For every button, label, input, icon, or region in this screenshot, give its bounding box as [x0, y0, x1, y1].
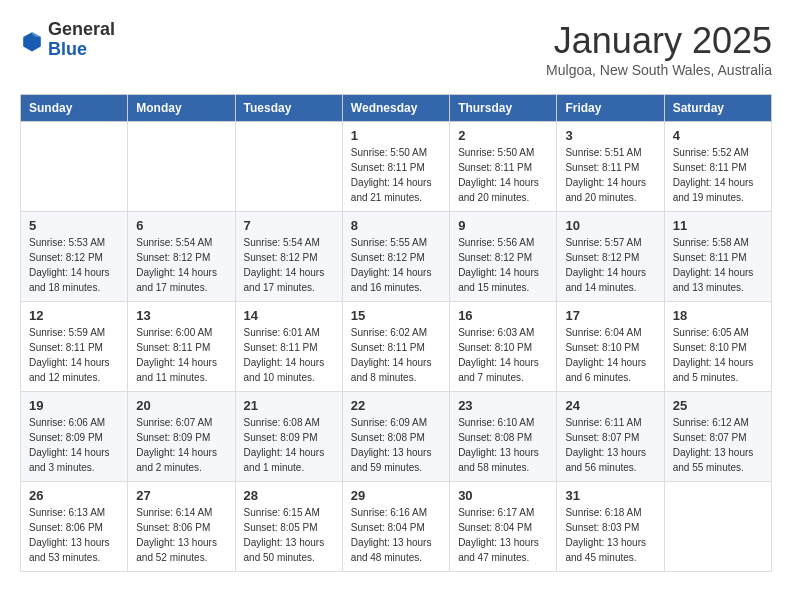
weekday-header: Friday	[557, 95, 664, 122]
day-number: 21	[244, 398, 334, 413]
day-info: Sunrise: 6:15 AMSunset: 8:05 PMDaylight:…	[244, 505, 334, 565]
day-number: 23	[458, 398, 548, 413]
calendar-cell: 5Sunrise: 5:53 AMSunset: 8:12 PMDaylight…	[21, 212, 128, 302]
day-number: 4	[673, 128, 763, 143]
weekday-header-row: SundayMondayTuesdayWednesdayThursdayFrid…	[21, 95, 772, 122]
calendar-cell: 12Sunrise: 5:59 AMSunset: 8:11 PMDayligh…	[21, 302, 128, 392]
day-info: Sunrise: 6:07 AMSunset: 8:09 PMDaylight:…	[136, 415, 226, 475]
day-number: 14	[244, 308, 334, 323]
day-info: Sunrise: 5:58 AMSunset: 8:11 PMDaylight:…	[673, 235, 763, 295]
title-block: January 2025 Mulgoa, New South Wales, Au…	[546, 20, 772, 78]
day-number: 3	[565, 128, 655, 143]
day-number: 31	[565, 488, 655, 503]
day-number: 8	[351, 218, 441, 233]
calendar-cell: 22Sunrise: 6:09 AMSunset: 8:08 PMDayligh…	[342, 392, 449, 482]
day-number: 1	[351, 128, 441, 143]
calendar-cell: 20Sunrise: 6:07 AMSunset: 8:09 PMDayligh…	[128, 392, 235, 482]
day-number: 22	[351, 398, 441, 413]
day-number: 15	[351, 308, 441, 323]
calendar-cell: 2Sunrise: 5:50 AMSunset: 8:11 PMDaylight…	[450, 122, 557, 212]
day-number: 24	[565, 398, 655, 413]
day-number: 13	[136, 308, 226, 323]
day-number: 27	[136, 488, 226, 503]
day-info: Sunrise: 5:50 AMSunset: 8:11 PMDaylight:…	[458, 145, 548, 205]
day-info: Sunrise: 6:03 AMSunset: 8:10 PMDaylight:…	[458, 325, 548, 385]
day-number: 30	[458, 488, 548, 503]
day-number: 2	[458, 128, 548, 143]
calendar-week-row: 26Sunrise: 6:13 AMSunset: 8:06 PMDayligh…	[21, 482, 772, 572]
day-info: Sunrise: 5:52 AMSunset: 8:11 PMDaylight:…	[673, 145, 763, 205]
calendar-cell: 25Sunrise: 6:12 AMSunset: 8:07 PMDayligh…	[664, 392, 771, 482]
calendar-cell: 11Sunrise: 5:58 AMSunset: 8:11 PMDayligh…	[664, 212, 771, 302]
calendar-cell: 8Sunrise: 5:55 AMSunset: 8:12 PMDaylight…	[342, 212, 449, 302]
day-info: Sunrise: 5:56 AMSunset: 8:12 PMDaylight:…	[458, 235, 548, 295]
day-number: 26	[29, 488, 119, 503]
calendar-cell: 23Sunrise: 6:10 AMSunset: 8:08 PMDayligh…	[450, 392, 557, 482]
calendar-cell: 29Sunrise: 6:16 AMSunset: 8:04 PMDayligh…	[342, 482, 449, 572]
day-info: Sunrise: 5:54 AMSunset: 8:12 PMDaylight:…	[136, 235, 226, 295]
day-info: Sunrise: 6:10 AMSunset: 8:08 PMDaylight:…	[458, 415, 548, 475]
calendar-cell: 14Sunrise: 6:01 AMSunset: 8:11 PMDayligh…	[235, 302, 342, 392]
calendar-cell	[664, 482, 771, 572]
calendar-cell: 30Sunrise: 6:17 AMSunset: 8:04 PMDayligh…	[450, 482, 557, 572]
day-info: Sunrise: 5:51 AMSunset: 8:11 PMDaylight:…	[565, 145, 655, 205]
weekday-header: Monday	[128, 95, 235, 122]
day-number: 28	[244, 488, 334, 503]
calendar-cell: 13Sunrise: 6:00 AMSunset: 8:11 PMDayligh…	[128, 302, 235, 392]
day-info: Sunrise: 6:05 AMSunset: 8:10 PMDaylight:…	[673, 325, 763, 385]
day-info: Sunrise: 6:09 AMSunset: 8:08 PMDaylight:…	[351, 415, 441, 475]
day-number: 10	[565, 218, 655, 233]
logo-general: General	[48, 20, 115, 40]
day-number: 19	[29, 398, 119, 413]
logo-blue: Blue	[48, 40, 115, 60]
day-number: 17	[565, 308, 655, 323]
calendar-cell	[235, 122, 342, 212]
day-info: Sunrise: 5:57 AMSunset: 8:12 PMDaylight:…	[565, 235, 655, 295]
calendar-week-row: 19Sunrise: 6:06 AMSunset: 8:09 PMDayligh…	[21, 392, 772, 482]
calendar-week-row: 1Sunrise: 5:50 AMSunset: 8:11 PMDaylight…	[21, 122, 772, 212]
day-info: Sunrise: 6:13 AMSunset: 8:06 PMDaylight:…	[29, 505, 119, 565]
calendar-cell: 21Sunrise: 6:08 AMSunset: 8:09 PMDayligh…	[235, 392, 342, 482]
calendar-cell: 9Sunrise: 5:56 AMSunset: 8:12 PMDaylight…	[450, 212, 557, 302]
calendar-cell: 1Sunrise: 5:50 AMSunset: 8:11 PMDaylight…	[342, 122, 449, 212]
day-info: Sunrise: 5:55 AMSunset: 8:12 PMDaylight:…	[351, 235, 441, 295]
day-info: Sunrise: 6:14 AMSunset: 8:06 PMDaylight:…	[136, 505, 226, 565]
calendar-cell: 6Sunrise: 5:54 AMSunset: 8:12 PMDaylight…	[128, 212, 235, 302]
day-info: Sunrise: 6:06 AMSunset: 8:09 PMDaylight:…	[29, 415, 119, 475]
weekday-header: Tuesday	[235, 95, 342, 122]
weekday-header: Thursday	[450, 95, 557, 122]
day-info: Sunrise: 6:08 AMSunset: 8:09 PMDaylight:…	[244, 415, 334, 475]
day-info: Sunrise: 6:04 AMSunset: 8:10 PMDaylight:…	[565, 325, 655, 385]
day-info: Sunrise: 6:16 AMSunset: 8:04 PMDaylight:…	[351, 505, 441, 565]
calendar-cell	[21, 122, 128, 212]
calendar-cell: 10Sunrise: 5:57 AMSunset: 8:12 PMDayligh…	[557, 212, 664, 302]
day-number: 25	[673, 398, 763, 413]
day-info: Sunrise: 6:01 AMSunset: 8:11 PMDaylight:…	[244, 325, 334, 385]
calendar-cell: 7Sunrise: 5:54 AMSunset: 8:12 PMDaylight…	[235, 212, 342, 302]
weekday-header: Sunday	[21, 95, 128, 122]
calendar-cell: 24Sunrise: 6:11 AMSunset: 8:07 PMDayligh…	[557, 392, 664, 482]
calendar-table: SundayMondayTuesdayWednesdayThursdayFrid…	[20, 94, 772, 572]
calendar-cell: 26Sunrise: 6:13 AMSunset: 8:06 PMDayligh…	[21, 482, 128, 572]
day-info: Sunrise: 6:00 AMSunset: 8:11 PMDaylight:…	[136, 325, 226, 385]
calendar-cell: 28Sunrise: 6:15 AMSunset: 8:05 PMDayligh…	[235, 482, 342, 572]
day-number: 11	[673, 218, 763, 233]
calendar-cell: 31Sunrise: 6:18 AMSunset: 8:03 PMDayligh…	[557, 482, 664, 572]
day-info: Sunrise: 6:11 AMSunset: 8:07 PMDaylight:…	[565, 415, 655, 475]
month-title: January 2025	[546, 20, 772, 62]
day-info: Sunrise: 6:17 AMSunset: 8:04 PMDaylight:…	[458, 505, 548, 565]
calendar-cell: 3Sunrise: 5:51 AMSunset: 8:11 PMDaylight…	[557, 122, 664, 212]
day-number: 7	[244, 218, 334, 233]
day-info: Sunrise: 6:18 AMSunset: 8:03 PMDaylight:…	[565, 505, 655, 565]
calendar-cell: 15Sunrise: 6:02 AMSunset: 8:11 PMDayligh…	[342, 302, 449, 392]
day-info: Sunrise: 5:50 AMSunset: 8:11 PMDaylight:…	[351, 145, 441, 205]
day-info: Sunrise: 6:12 AMSunset: 8:07 PMDaylight:…	[673, 415, 763, 475]
calendar-week-row: 5Sunrise: 5:53 AMSunset: 8:12 PMDaylight…	[21, 212, 772, 302]
svg-marker-0	[23, 32, 41, 51]
calendar-cell: 17Sunrise: 6:04 AMSunset: 8:10 PMDayligh…	[557, 302, 664, 392]
day-number: 6	[136, 218, 226, 233]
logo-text: General Blue	[48, 20, 115, 60]
generalblue-logo-icon	[20, 29, 44, 53]
day-number: 12	[29, 308, 119, 323]
day-number: 18	[673, 308, 763, 323]
